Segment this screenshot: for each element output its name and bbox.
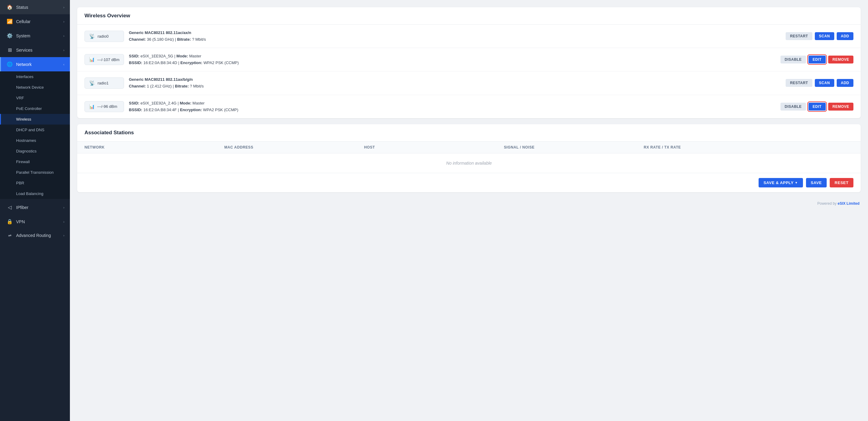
- brand-link[interactable]: eSIX Limited: [838, 201, 860, 206]
- chevron-right-icon: ›: [63, 5, 64, 9]
- col-mac: MAC address: [224, 145, 364, 150]
- radio1-info: Generic MAC80211 802.11ax/b/g/n Channel:…: [129, 76, 781, 90]
- signal-icon: 📊: [89, 57, 95, 62]
- sidebar-item-load-balancing[interactable]: Load Balancing: [0, 188, 70, 199]
- radio1-badge: 📡 radio1: [85, 77, 124, 89]
- radio1-ssid-info: SSID: eSIX_1EE92A_2.4G | Mode: Master BS…: [129, 100, 776, 113]
- sidebar: 🏠 Status › 📶 Cellular › ⚙️ System › ⊞ Se…: [0, 0, 70, 421]
- add-button-radio1[interactable]: ADD: [837, 79, 854, 87]
- sidebar-item-ipfiber[interactable]: ◁ IPfiber ›: [0, 200, 70, 215]
- sidebar-item-dhcp-dns[interactable]: DHCP and DNS: [0, 125, 70, 135]
- remove-button-radio1-ssid[interactable]: REMOVE: [828, 103, 854, 110]
- wifi-icon: 📡: [89, 80, 95, 86]
- associated-stations-title: Associated Stations: [77, 124, 861, 141]
- sidebar-item-label: System: [16, 33, 63, 38]
- radio1-actions: RESTART SCAN ADD: [786, 79, 854, 87]
- wireless-overview-card: Wireless Overview 📡 radio0 Generic MAC80…: [77, 7, 861, 118]
- associated-stations-card: Associated Stations Network MAC address …: [77, 124, 861, 192]
- chevron-right-icon: ›: [63, 34, 64, 38]
- radio1-ssid-badge: 📊 ---/-96 dBm: [85, 101, 124, 112]
- radio0-ssid-actions: DISABLE EDIT REMOVE: [780, 56, 854, 63]
- remove-button-radio0-ssid[interactable]: REMOVE: [828, 56, 854, 63]
- network-submenu: Interfaces Network Device VRF PoE Contro…: [0, 71, 70, 199]
- sidebar-item-system[interactable]: ⚙️ System ›: [0, 29, 70, 43]
- sidebar-item-firewall[interactable]: Firewall: [0, 156, 70, 167]
- col-host: Host: [364, 145, 504, 150]
- main-content: Wireless Overview 📡 radio0 Generic MAC80…: [70, 0, 868, 421]
- signal-icon: 📊: [89, 104, 95, 109]
- sidebar-item-pbr[interactable]: PBR: [0, 178, 70, 188]
- stations-table-header: Network MAC address Host Signal / Noise …: [77, 141, 861, 153]
- sidebar-item-label: Cellular: [16, 19, 63, 24]
- services-icon: ⊞: [6, 47, 13, 53]
- col-signal: Signal / Noise: [504, 145, 644, 150]
- disable-button-radio0-ssid[interactable]: DISABLE: [780, 56, 806, 63]
- sidebar-item-status[interactable]: 🏠 Status ›: [0, 0, 70, 14]
- sidebar-item-advanced-routing[interactable]: ⇌ Advanced Routing ›: [0, 229, 70, 242]
- sidebar-item-label: Network: [16, 62, 63, 67]
- restart-button-radio1[interactable]: RESTART: [786, 79, 812, 87]
- reset-button[interactable]: RESET: [830, 178, 854, 187]
- radio0-actions: RESTART SCAN ADD: [786, 32, 854, 40]
- scan-button-radio0[interactable]: SCAN: [815, 32, 834, 40]
- sidebar-item-wireless[interactable]: Wireless: [0, 114, 70, 125]
- ipfiber-icon: ◁: [6, 204, 13, 210]
- cellular-icon: 📶: [6, 19, 13, 24]
- sidebar-item-interfaces[interactable]: Interfaces: [0, 71, 70, 82]
- restart-button-radio0[interactable]: RESTART: [786, 32, 812, 40]
- save-button[interactable]: SAVE: [806, 178, 827, 187]
- disable-button-radio1-ssid[interactable]: DISABLE: [780, 103, 806, 110]
- radio0-row: 📡 radio0 Generic MAC80211 802.11ac/ax/n …: [77, 25, 861, 48]
- dropdown-arrow-icon: ▼: [795, 181, 798, 184]
- gear-icon: ⚙️: [6, 33, 13, 39]
- sidebar-item-vrf[interactable]: VRF: [0, 93, 70, 103]
- radio1-ssid-row: 📊 ---/-96 dBm SSID: eSIX_1EE92A_2.4G | M…: [77, 95, 861, 118]
- powered-by: Powered by eSIX Limited: [77, 198, 861, 209]
- sidebar-item-label: Status: [16, 5, 63, 10]
- add-button-radio0[interactable]: ADD: [837, 32, 854, 40]
- home-icon: 🏠: [6, 4, 13, 10]
- radio1-ssid-actions: DISABLE EDIT REMOVE: [780, 103, 854, 110]
- wifi-icon: 📡: [89, 33, 95, 39]
- wireless-overview-title: Wireless Overview: [77, 7, 861, 25]
- edit-button-radio0-ssid[interactable]: EDIT: [808, 56, 826, 63]
- routing-icon: ⇌: [6, 233, 13, 238]
- chevron-down-icon: ‹: [63, 63, 64, 66]
- sidebar-item-hostnames[interactable]: Hostnames: [0, 135, 70, 146]
- stations-empty-message: No information available: [77, 153, 861, 173]
- footer-actions: SAVE & APPLY ▼ SAVE RESET: [77, 173, 861, 192]
- col-network: Network: [85, 145, 224, 150]
- radio0-ssid-badge: 📊 ---/-107 dBm: [85, 54, 124, 65]
- chevron-right-icon: ›: [63, 20, 64, 23]
- sidebar-item-parallel-transmission[interactable]: Parallel Transmission: [0, 167, 70, 178]
- sidebar-item-diagnostics[interactable]: Diagnostics: [0, 146, 70, 156]
- sidebar-item-services[interactable]: ⊞ Services ›: [0, 43, 70, 57]
- edit-button-radio1-ssid[interactable]: EDIT: [808, 103, 826, 110]
- sidebar-item-network[interactable]: 🌐 Network ‹: [0, 57, 70, 71]
- radio1-row: 📡 radio1 Generic MAC80211 802.11ax/b/g/n…: [77, 71, 861, 95]
- sidebar-item-poe-controller[interactable]: PoE Controller: [0, 103, 70, 114]
- radio0-ssid-row: 📊 ---/-107 dBm SSID: eSIX_1EE92A_5G | Mo…: [77, 48, 861, 71]
- sidebar-item-vpn[interactable]: 🔒 VPN ›: [0, 215, 70, 229]
- sidebar-item-label: Services: [16, 48, 63, 53]
- col-rate: RX Rate / TX Rate: [644, 145, 854, 150]
- chevron-right-icon: ›: [63, 234, 64, 237]
- scan-button-radio1[interactable]: SCAN: [815, 79, 834, 87]
- chevron-right-icon: ›: [63, 220, 64, 224]
- radio0-badge: 📡 radio0: [85, 31, 124, 42]
- network-icon: 🌐: [6, 61, 13, 67]
- lock-icon: 🔒: [6, 219, 13, 224]
- chevron-right-icon: ›: [63, 206, 64, 209]
- radio0-ssid-info: SSID: eSIX_1EE92A_5G | Mode: Master BSSI…: [129, 53, 776, 66]
- radio0-info: Generic MAC80211 802.11ac/ax/n Channel: …: [129, 29, 781, 43]
- chevron-right-icon: ›: [63, 48, 64, 52]
- sidebar-item-network-device[interactable]: Network Device: [0, 82, 70, 93]
- sidebar-item-cellular[interactable]: 📶 Cellular ›: [0, 14, 70, 29]
- save-apply-button[interactable]: SAVE & APPLY ▼: [758, 178, 803, 187]
